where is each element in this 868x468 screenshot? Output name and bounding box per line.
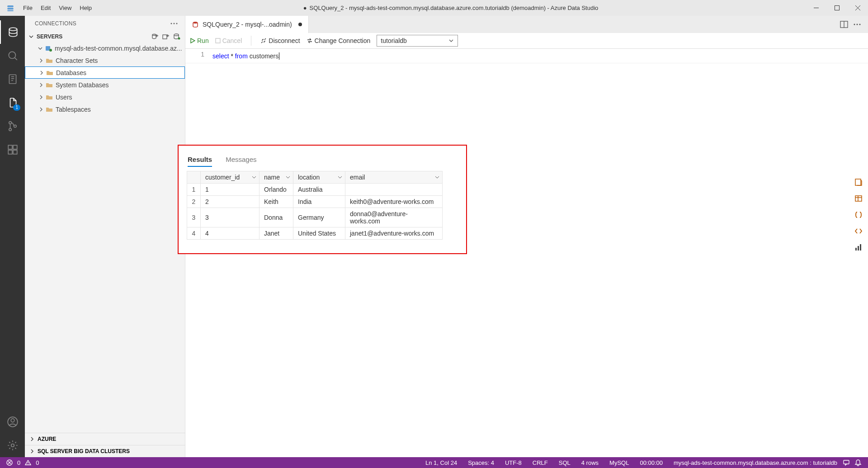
folder-icon <box>46 82 53 88</box>
status-warnings[interactable]: 0 <box>36 459 39 466</box>
chevron-down-icon[interactable] <box>338 175 342 180</box>
menu-edit[interactable]: Edit <box>37 0 55 16</box>
close-button[interactable] <box>847 0 868 16</box>
activity-settings[interactable] <box>0 434 25 457</box>
tab-messages[interactable]: Messages <box>226 156 256 167</box>
svg-rect-33 <box>855 196 862 201</box>
maximize-button[interactable] <box>826 0 847 16</box>
col-customer-id[interactable]: customer_id <box>201 171 259 184</box>
chevron-down-icon <box>448 38 454 43</box>
status-spaces[interactable]: Spaces: 4 <box>462 459 500 466</box>
save-xml-icon[interactable] <box>854 226 863 236</box>
svg-point-17 <box>171 23 172 24</box>
tab-results[interactable]: Results <box>188 156 212 167</box>
code-editor[interactable]: 1 select * from customers <box>185 49 868 63</box>
section-azure[interactable]: AZURE <box>25 433 185 445</box>
save-csv-icon[interactable] <box>854 177 863 187</box>
svg-point-9 <box>14 125 16 127</box>
save-excel-icon[interactable] <box>854 194 863 203</box>
server-status-icon[interactable] <box>173 33 180 40</box>
servers-label: SERVERS <box>37 33 62 40</box>
tree-node-system-databases[interactable]: System Databases <box>25 79 185 91</box>
results-action-rail <box>854 177 863 252</box>
status-lang[interactable]: SQL <box>553 459 576 466</box>
svg-rect-12 <box>13 150 17 154</box>
status-connection[interactable]: mysql-ads-test-common.mysql.database.azu… <box>668 459 843 466</box>
server-node[interactable]: mysql-ads-test-common.mysql.database.az.… <box>25 42 185 54</box>
folder-icon <box>46 94 53 100</box>
svg-rect-21 <box>163 35 167 39</box>
row-header-blank <box>187 171 201 184</box>
activity-source-control[interactable] <box>0 114 25 138</box>
tree-node-character-sets[interactable]: Character Sets <box>25 54 185 66</box>
tab-dirty-icon <box>298 23 302 26</box>
tree-node-users[interactable]: Users <box>25 91 185 103</box>
svg-rect-34 <box>855 248 857 251</box>
database-select-value: tutorialdb <box>381 37 407 44</box>
table-row[interactable]: 44JanetUnited Statesjanet1@adventure-wor… <box>187 227 443 240</box>
explorer-badge: 1 <box>13 104 20 111</box>
menu-help[interactable]: Help <box>75 0 96 16</box>
database-select[interactable]: tutorialdb <box>377 35 458 47</box>
new-connection-icon[interactable] <box>151 33 159 40</box>
section-bigdata[interactable]: SQL SERVER BIG DATA CLUSTERS <box>25 445 185 457</box>
col-name[interactable]: name <box>259 171 293 184</box>
activity-notebooks[interactable] <box>0 67 25 91</box>
run-button[interactable]: Run <box>190 37 209 44</box>
svg-point-7 <box>9 122 11 124</box>
warning-icon[interactable] <box>25 459 31 466</box>
status-rows[interactable]: 4 rows <box>576 459 604 466</box>
chevron-right-icon <box>38 82 45 88</box>
editor-tab[interactable]: SQLQuery_2 - mysql-...oadmin) <box>185 16 309 33</box>
cursor <box>279 52 279 60</box>
col-email[interactable]: email <box>345 171 443 184</box>
servers-section-header[interactable]: SERVERS <box>25 31 185 42</box>
col-location[interactable]: location <box>293 171 345 184</box>
chevron-down-icon[interactable] <box>252 175 256 180</box>
activity-connections[interactable] <box>0 20 25 44</box>
status-encoding[interactable]: UTF-8 <box>500 459 527 466</box>
chevron-right-icon <box>38 95 45 100</box>
new-group-icon[interactable] <box>162 33 170 40</box>
error-icon[interactable] <box>6 459 13 466</box>
table-row[interactable]: 33DonnaGermanydonna0@adventure-works.com <box>187 208 443 227</box>
more-icon[interactable] <box>854 20 861 28</box>
svg-point-16 <box>11 444 14 447</box>
status-ln-col[interactable]: Ln 1, Col 24 <box>420 459 462 466</box>
split-editor-icon[interactable] <box>840 20 848 28</box>
app-icon <box>6 4 14 12</box>
activity-extensions[interactable] <box>0 138 25 161</box>
svg-rect-38 <box>844 460 849 464</box>
status-engine[interactable]: MySQL <box>604 459 634 466</box>
code-line[interactable]: select * from customers <box>212 49 279 63</box>
tree-node-databases[interactable]: Databases <box>25 66 185 79</box>
feedback-icon[interactable] <box>843 459 850 466</box>
chevron-down-icon[interactable] <box>286 175 290 180</box>
table-row[interactable]: 22KeithIndiakeith0@adventure-works.com <box>187 196 443 208</box>
activity-search[interactable] <box>0 44 25 67</box>
svg-point-19 <box>176 23 178 24</box>
chart-icon[interactable] <box>854 242 863 252</box>
results-grid[interactable]: customer_id name location email 11Orland… <box>187 171 443 240</box>
title-bar: File Edit View Help ●SQLQuery_2 - mysql-… <box>0 0 868 16</box>
chevron-down-icon <box>37 46 44 51</box>
minimize-button[interactable] <box>806 0 826 16</box>
save-json-icon[interactable] <box>854 210 863 220</box>
bell-icon[interactable] <box>850 459 862 466</box>
change-connection-button[interactable]: Change Connection <box>307 37 371 44</box>
activity-explorer[interactable]: 1 <box>0 91 25 114</box>
sidebar: CONNECTIONS SERVERS mysql-ads-test-commo… <box>25 16 185 457</box>
table-row[interactable]: 11OrlandoAustralia <box>187 184 443 196</box>
status-time[interactable]: 00:00:00 <box>634 459 668 466</box>
more-icon[interactable] <box>170 23 178 24</box>
chevron-down-icon[interactable] <box>435 175 439 180</box>
menu-file[interactable]: File <box>19 0 37 16</box>
svg-rect-0 <box>7 5 14 7</box>
menu-view[interactable]: View <box>55 0 75 16</box>
disconnect-button[interactable]: Disconnect <box>260 37 300 44</box>
tree-node-tablespaces[interactable]: Tablespaces <box>25 103 185 115</box>
activity-accounts[interactable] <box>0 410 25 434</box>
section-azure-label: AZURE <box>38 436 56 442</box>
status-eol[interactable]: CRLF <box>527 459 553 466</box>
status-errors[interactable]: 0 <box>17 459 20 466</box>
